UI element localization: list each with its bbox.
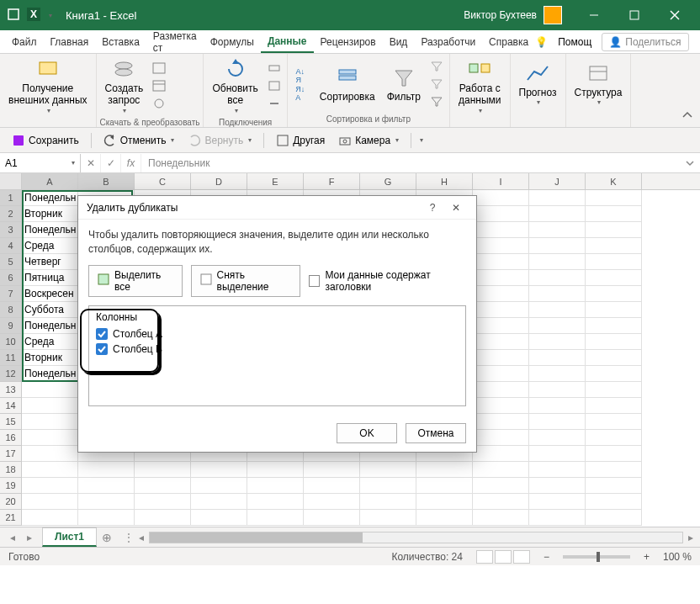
cell[interactable]: Среда: [22, 334, 78, 350]
cell[interactable]: [529, 302, 586, 318]
minimize-button[interactable]: [575, 3, 612, 27]
cell[interactable]: [473, 462, 529, 478]
cell[interactable]: [586, 494, 642, 510]
cell[interactable]: [529, 430, 586, 446]
cell[interactable]: [135, 462, 191, 478]
cell[interactable]: [191, 462, 247, 478]
column-header[interactable]: J: [529, 173, 586, 189]
column-header[interactable]: I: [473, 173, 529, 189]
cell[interactable]: [473, 478, 529, 494]
column-header[interactable]: C: [135, 173, 191, 189]
cell[interactable]: [247, 510, 304, 526]
reapply-button[interactable]: [427, 76, 446, 93]
cell[interactable]: [586, 478, 642, 494]
cell[interactable]: [78, 478, 135, 494]
cell[interactable]: [247, 462, 304, 478]
tab-home[interactable]: Главная: [44, 32, 96, 52]
recent-sources-button[interactable]: [150, 95, 168, 112]
cell[interactable]: Понедельн: [22, 190, 78, 206]
column-header[interactable]: A: [22, 173, 78, 189]
tab-formulas[interactable]: Формулы: [204, 32, 261, 52]
cell[interactable]: [473, 350, 529, 366]
cell[interactable]: [473, 286, 529, 302]
hscroll-split[interactable]: ⋮: [124, 532, 134, 543]
column-checkbox-b[interactable]: Столбец B: [96, 342, 459, 357]
column-header[interactable]: H: [416, 173, 473, 189]
cell[interactable]: [586, 190, 642, 206]
sheet-nav-prev[interactable]: ◂: [5, 530, 20, 545]
cell[interactable]: [473, 446, 529, 462]
cell[interactable]: Понедельн: [22, 366, 78, 382]
user-account[interactable]: Виктор Бухтеев: [464, 6, 562, 24]
row-header[interactable]: 14: [0, 398, 22, 414]
undo-button[interactable]: Отменить▾: [98, 131, 180, 150]
zoom-slider[interactable]: [563, 555, 630, 559]
cell[interactable]: [473, 334, 529, 350]
cell[interactable]: Понедельн: [22, 222, 78, 238]
ok-button[interactable]: OK: [337, 423, 397, 443]
cell[interactable]: [191, 478, 247, 494]
fx-button[interactable]: fx: [121, 154, 141, 172]
cell[interactable]: [529, 398, 586, 414]
cell[interactable]: [78, 462, 135, 478]
has-headers-checkbox[interactable]: Мои данные содержат заголовки: [309, 269, 466, 293]
cell[interactable]: [135, 494, 191, 510]
row-header[interactable]: 18: [0, 462, 22, 478]
cell[interactable]: [360, 510, 416, 526]
data-tools-button[interactable]: Работа с данными▾: [453, 56, 506, 116]
cell[interactable]: [304, 462, 360, 478]
cell[interactable]: [191, 510, 247, 526]
cell[interactable]: Понедельн: [22, 318, 78, 334]
row-header[interactable]: 12: [0, 366, 22, 382]
cell[interactable]: [416, 510, 473, 526]
qat-dropdown-icon[interactable]: ▾: [49, 12, 52, 19]
tell-me[interactable]: Помощ: [558, 36, 591, 48]
cell[interactable]: [529, 318, 586, 334]
maximize-button[interactable]: [616, 3, 653, 27]
row-header[interactable]: 6: [0, 270, 22, 286]
cell[interactable]: [473, 238, 529, 254]
cell[interactable]: [586, 382, 642, 398]
column-header[interactable]: B: [78, 173, 135, 189]
collapse-ribbon-button[interactable]: [681, 109, 693, 124]
view-normal-button[interactable]: [476, 550, 493, 564]
lightbulb-icon[interactable]: 💡: [535, 36, 548, 48]
formula-bar[interactable]: Понедельник: [141, 156, 680, 171]
cell[interactable]: [586, 350, 642, 366]
cell[interactable]: [586, 222, 642, 238]
row-header[interactable]: 10: [0, 334, 22, 350]
cell[interactable]: [473, 366, 529, 382]
cell[interactable]: [529, 190, 586, 206]
cell[interactable]: [22, 398, 78, 414]
cell[interactable]: [586, 366, 642, 382]
from-table-button[interactable]: [150, 77, 168, 94]
cell[interactable]: [586, 414, 642, 430]
chevron-down-icon[interactable]: ▾: [72, 159, 75, 167]
column-header[interactable]: E: [247, 173, 304, 189]
cell[interactable]: [529, 270, 586, 286]
connections-button[interactable]: [265, 60, 284, 77]
cell[interactable]: [416, 494, 473, 510]
forecast-button[interactable]: Прогноз▾: [514, 60, 562, 109]
cell[interactable]: [78, 510, 135, 526]
horizontal-scrollbar[interactable]: [149, 532, 683, 543]
cell[interactable]: [135, 478, 191, 494]
cell[interactable]: [416, 478, 473, 494]
sort-button[interactable]: Сортировка: [315, 64, 380, 104]
row-header[interactable]: 2: [0, 206, 22, 222]
cell[interactable]: [586, 206, 642, 222]
cell[interactable]: [473, 318, 529, 334]
cell[interactable]: [529, 206, 586, 222]
cell[interactable]: [473, 206, 529, 222]
cell[interactable]: [529, 494, 586, 510]
share-button[interactable]: 👤Поделиться: [602, 33, 688, 51]
cell[interactable]: [22, 446, 78, 462]
tab-layout[interactable]: Разметка ст: [146, 26, 204, 58]
cell[interactable]: [22, 430, 78, 446]
cell[interactable]: [529, 222, 586, 238]
row-header[interactable]: 11: [0, 350, 22, 366]
row-header[interactable]: 13: [0, 382, 22, 398]
cell[interactable]: [22, 478, 78, 494]
view-page-break-button[interactable]: [513, 550, 530, 564]
cell[interactable]: [586, 318, 642, 334]
